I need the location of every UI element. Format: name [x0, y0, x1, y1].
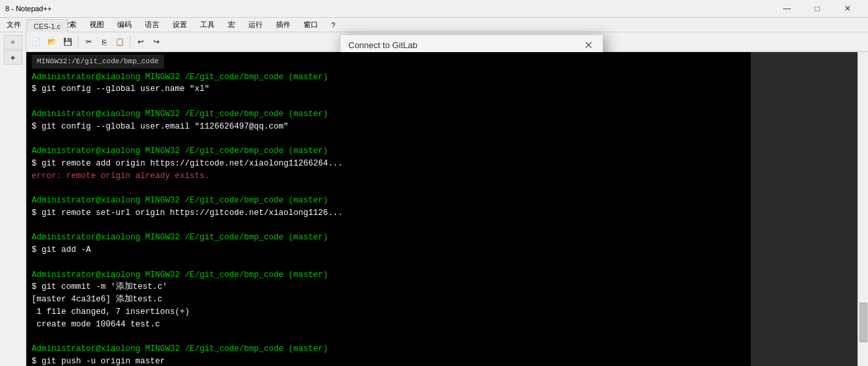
menu-run[interactable]: 运行 [244, 19, 267, 30]
menu-plugins[interactable]: 插件 [272, 19, 294, 30]
terminal-content: MINGW32:/E/git_code/bmp_code Administrat… [26, 52, 751, 366]
line-1: Administrator@xiaolong MINGW32 /E/git_co… [32, 73, 328, 82]
tab-label: CES-1.c [34, 22, 61, 30]
npp-tabs-area: CES-1.c [26, 18, 158, 32]
line-8: Administrator@xiaolong MINGW32 /E/git_co… [32, 196, 328, 205]
toolbar-cut[interactable]: ✂ [81, 35, 95, 49]
line-7: error: remote origin already exists. [32, 171, 209, 181]
notepad-title: 8 - Notepad++ [5, 5, 772, 13]
terminal-window[interactable]: MINGW32:/E/git_code/bmp_code Administrat… [26, 52, 751, 366]
right-scrollbar[interactable] [857, 52, 868, 366]
line-18: $ git push -u origin master [32, 357, 165, 366]
toolbar-undo[interactable]: ↩ [133, 35, 148, 49]
toolbar-separator-1 [78, 36, 78, 48]
toolbar-paste[interactable]: 📋 [113, 35, 127, 49]
menu-file[interactable]: 文件 [3, 19, 25, 30]
toolbar-new[interactable]: 📄 [29, 35, 43, 49]
line-17: Administrator@xiaolong MINGW32 /E/git_co… [32, 344, 328, 353]
menu-settings[interactable]: 设置 [169, 19, 191, 30]
toolbar-redo[interactable]: ↪ [149, 35, 163, 49]
gitbash-tab-label: MINGW32:/E/git_code/bmp_code [37, 57, 159, 65]
notepad-titlebar: 8 - Notepad++ — □ ✕ [0, 0, 868, 18]
line-6: $ git remote add origin https://gitcode.… [32, 159, 343, 168]
scrollbar-thumb[interactable] [859, 303, 867, 342]
line-3: Administrator@xiaolong MINGW32 /E/git_co… [32, 109, 328, 119]
dialog-close-button[interactable]: ✕ [582, 39, 595, 52]
side-toolbar: ≡ ◈ [0, 32, 26, 366]
line-4: $ git config --global user.email "112662… [32, 122, 288, 131]
line-13: $ git commit -m '添加test.c' [32, 282, 167, 291]
line-9: $ git remote set-url origin https://gitc… [32, 208, 343, 218]
line-14: [master 4ca31e6] 添加test.c [32, 295, 163, 304]
side-icon-2[interactable]: ◈ [4, 50, 22, 65]
line-11: $ git add -A [32, 245, 91, 255]
toolbar-open[interactable]: 📂 [45, 35, 59, 49]
npp-tab-ces[interactable]: CES-1.c [26, 19, 68, 32]
menu-tools[interactable]: 工具 [196, 19, 219, 30]
line-12: Administrator@xiaolong MINGW32 /E/git_co… [32, 270, 328, 280]
toolbar-copy[interactable]: ⎘ [97, 35, 111, 49]
toolbar-save[interactable]: 💾 [61, 35, 75, 49]
toolbar-separator-2 [130, 36, 130, 48]
line-5: Administrator@xiaolong MINGW32 /E/git_co… [32, 146, 328, 156]
menu-window[interactable]: 窗口 [300, 19, 322, 30]
line-10: Administrator@xiaolong MINGW32 /E/git_co… [32, 233, 328, 242]
menu-help[interactable]: ? [327, 20, 339, 30]
window-controls: — □ ✕ [772, 0, 863, 18]
maximize-button[interactable]: □ [802, 0, 832, 18]
line-15: 1 file changed, 7 insertions(+) [32, 307, 190, 317]
line-2: $ git config --global user.name "xl" [32, 84, 209, 94]
close-button[interactable]: ✕ [832, 0, 863, 18]
side-icon-1[interactable]: ≡ [4, 35, 22, 49]
line-16: create mode 100644 test.c [32, 320, 160, 329]
menu-macro[interactable]: 宏 [224, 19, 239, 30]
dialog-title: Connect to GitLab [348, 40, 582, 50]
terminal-tab[interactable]: MINGW32:/E/git_code/bmp_code [32, 55, 164, 69]
minimize-button[interactable]: — [772, 0, 802, 18]
